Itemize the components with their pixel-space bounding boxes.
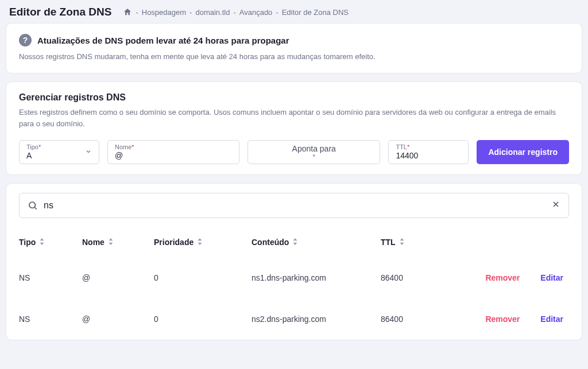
- col-ttl[interactable]: TTL: [381, 238, 458, 247]
- cell-name: @: [82, 314, 154, 324]
- breadcrumb-item[interactable]: domain.tld: [195, 8, 230, 17]
- sort-icon: [39, 238, 45, 247]
- remove-link[interactable]: Remover: [485, 314, 520, 324]
- svg-marker-10: [293, 238, 297, 240]
- svg-marker-11: [293, 243, 297, 245]
- sort-icon: [197, 238, 203, 247]
- sort-icon: [292, 238, 298, 247]
- add-record-form: Tipo* A Nome* Aponta para* TTL* Adiciona…: [19, 140, 569, 164]
- info-icon: ?: [19, 34, 32, 46]
- col-name[interactable]: Nome: [82, 238, 154, 247]
- sort-icon: [399, 238, 405, 247]
- col-type[interactable]: Tipo: [19, 238, 82, 247]
- breadcrumb: - Hospedagem - domain.tld - Avançado - E…: [123, 7, 349, 17]
- records-card: Tipo Nome Prioridade Conteúdo TTL NS @ 0…: [6, 183, 582, 340]
- svg-point-0: [29, 202, 36, 208]
- table-row: NS @ 0 ns2.dns-parking.com 86400 Remover…: [19, 298, 569, 340]
- breadcrumb-sep: -: [233, 8, 235, 17]
- breadcrumb-sep: -: [189, 8, 192, 17]
- notice-description: Nossos registros DNS mudaram, tenha em m…: [19, 51, 569, 63]
- notice-card: ? Atualizações de DNS podem levar até 24…: [6, 23, 582, 73]
- cell-ttl: 86400: [381, 314, 458, 324]
- sort-icon: [108, 238, 114, 247]
- breadcrumb-item[interactable]: Avançado: [239, 8, 273, 17]
- table-row: NS @ 0 ns1.dns-parking.com 86400 Remover…: [19, 257, 569, 298]
- table-header: Tipo Nome Prioridade Conteúdo TTL: [19, 234, 569, 257]
- svg-line-1: [34, 208, 36, 209]
- type-select[interactable]: Tipo* A: [19, 140, 99, 164]
- cell-ttl: 86400: [381, 273, 458, 282]
- manage-title: Gerenciar registros DNS: [19, 92, 569, 103]
- cell-content: ns2.dns-parking.com: [252, 314, 381, 324]
- cell-type: NS: [19, 273, 82, 282]
- remove-link[interactable]: Remover: [485, 273, 520, 282]
- svg-marker-7: [109, 243, 113, 245]
- svg-marker-8: [198, 238, 202, 240]
- svg-marker-5: [40, 243, 44, 245]
- breadcrumb-sep: -: [136, 8, 138, 17]
- required-star: *: [38, 143, 41, 150]
- clear-search-button[interactable]: [551, 200, 560, 212]
- edit-link[interactable]: Editar: [540, 273, 563, 282]
- col-priority[interactable]: Prioridade: [154, 238, 252, 247]
- search-field[interactable]: [19, 193, 569, 218]
- breadcrumb-sep: -: [276, 8, 278, 17]
- add-record-button[interactable]: Adicionar registro: [477, 140, 569, 164]
- name-label: Nome: [115, 143, 131, 150]
- manage-card: Gerenciar registros DNS Estes registros …: [6, 81, 582, 175]
- svg-marker-12: [400, 238, 404, 240]
- breadcrumb-item[interactable]: Editor de Zona DNS: [282, 8, 349, 17]
- type-value: A: [26, 151, 92, 160]
- col-content[interactable]: Conteúdo: [252, 238, 381, 247]
- cell-content: ns1.dns-parking.com: [252, 273, 381, 282]
- svg-marker-4: [40, 238, 44, 240]
- cell-priority: 0: [154, 273, 252, 282]
- close-icon: [551, 200, 560, 209]
- name-field[interactable]: Nome*: [107, 140, 239, 164]
- page-title: Editor de Zona DNS: [9, 6, 111, 18]
- chevron-down-icon: [85, 147, 92, 157]
- type-label: Tipo: [26, 143, 38, 150]
- points-to-field[interactable]: Aponta para*: [247, 140, 380, 164]
- required-star: *: [131, 143, 134, 150]
- ttl-field[interactable]: TTL*: [388, 140, 469, 164]
- edit-link[interactable]: Editar: [540, 314, 563, 324]
- manage-description: Estes registros definem como o seu domín…: [19, 107, 569, 130]
- svg-marker-13: [400, 243, 404, 245]
- svg-marker-9: [198, 243, 202, 245]
- header-row: Editor de Zona DNS - Hospedagem - domain…: [6, 6, 582, 23]
- required-star: *: [313, 153, 315, 160]
- name-input[interactable]: [115, 151, 232, 160]
- points-to-placeholder: Aponta para: [292, 144, 336, 153]
- svg-marker-6: [109, 238, 113, 240]
- required-star: *: [407, 143, 409, 150]
- breadcrumb-item[interactable]: Hospedagem: [142, 8, 186, 17]
- ttl-label: TTL: [396, 143, 407, 150]
- cell-name: @: [82, 273, 154, 282]
- search-icon: [28, 200, 38, 211]
- cell-type: NS: [19, 314, 82, 324]
- search-input[interactable]: [44, 200, 551, 211]
- cell-priority: 0: [154, 314, 252, 324]
- notice-title: Atualizações de DNS podem levar até 24 h…: [37, 36, 289, 45]
- ttl-input[interactable]: [396, 151, 461, 160]
- home-icon[interactable]: [123, 7, 132, 17]
